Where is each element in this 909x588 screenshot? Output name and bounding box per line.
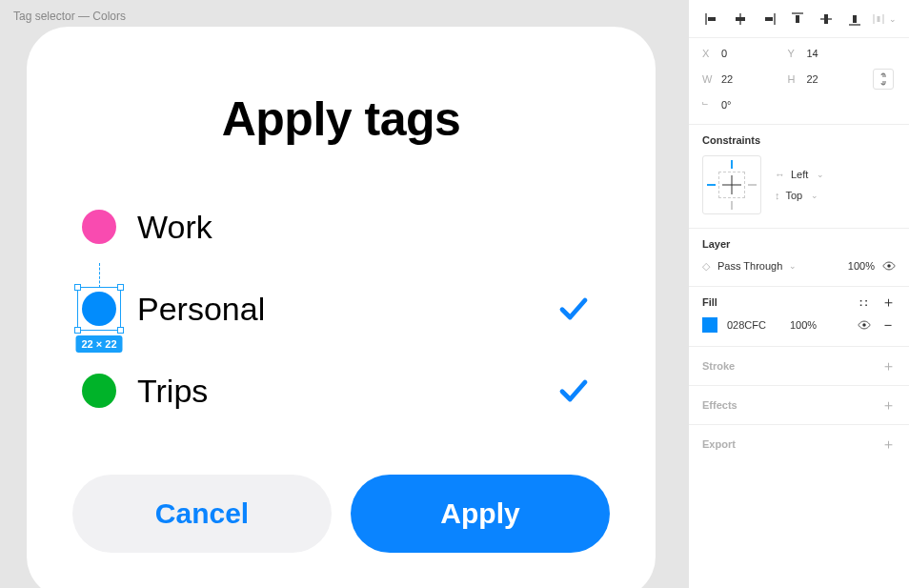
tag-dot-wrap <box>78 206 120 248</box>
modal-title: Apply tags <box>72 91 610 147</box>
w-value[interactable]: 22 <box>721 73 782 85</box>
effects-section[interactable]: Effects ＋ <box>689 386 909 425</box>
fill-hex-value[interactable]: 028CFC <box>727 319 780 331</box>
layer-title: Layer <box>702 238 896 250</box>
constraints-section: Constraints ↔ Left ⌄ ↕ Top <box>689 125 909 229</box>
cancel-button[interactable]: Cancel <box>72 475 332 553</box>
vertical-arrow-icon: ↕ <box>775 190 780 201</box>
rotation-value[interactable]: 0° <box>721 99 782 111</box>
breadcrumb: Tag selector — Colors <box>13 10 126 23</box>
svg-rect-2 <box>765 17 773 21</box>
effects-title: Effects <box>702 399 737 411</box>
tag-row-personal[interactable]: 22 × 22 Personal <box>78 273 610 345</box>
checkmark-icon <box>556 292 591 326</box>
align-bottom-icon[interactable] <box>841 6 868 32</box>
checkmark-icon <box>556 374 591 408</box>
alignment-toolbar: ⌄ <box>689 0 909 38</box>
svg-rect-1 <box>736 17 745 21</box>
align-hcenter-icon[interactable] <box>727 6 754 32</box>
svg-point-7 <box>887 264 891 268</box>
blend-mode-select[interactable]: Pass Through ⌄ <box>717 260 840 272</box>
svg-rect-6 <box>877 16 879 22</box>
apply-button[interactable]: Apply <box>351 475 610 553</box>
selection-handle-tl[interactable] <box>74 284 81 291</box>
chevron-down-icon: ⌄ <box>811 191 818 200</box>
y-label: Y <box>788 48 801 59</box>
fill-section: Fill :: ＋ 028CFC 100% － <box>689 287 909 347</box>
tag-label: Personal <box>137 291 556 328</box>
position-section: X 0 Y 14 W 22 H 22 ⌐ 0° <box>689 38 909 125</box>
selection-size-badge: 22 × 22 <box>75 335 122 353</box>
tag-dot-trips <box>82 374 116 408</box>
selection-handle-tr[interactable] <box>117 284 124 291</box>
selection-handle-br[interactable] <box>117 327 124 334</box>
blend-mode-value: Pass Through <box>717 260 782 272</box>
blend-drop-icon: ◇ <box>702 260 710 273</box>
tag-dot-work <box>82 210 116 244</box>
tag-label: Work <box>137 209 610 246</box>
export-section[interactable]: Export ＋ <box>689 425 909 463</box>
h-value[interactable]: 22 <box>807 73 868 85</box>
align-left-icon[interactable] <box>698 6 725 32</box>
visibility-eye-icon[interactable] <box>858 318 871 332</box>
constraint-horizontal-select[interactable]: ↔ Left ⌄ <box>775 169 824 180</box>
selection-guide-line <box>99 263 100 288</box>
h-label: H <box>788 73 801 85</box>
tag-dot-wrap <box>78 370 120 412</box>
align-top-icon[interactable] <box>784 6 811 32</box>
constraint-vertical-select[interactable]: ↕ Top ⌄ <box>775 190 824 201</box>
constraints-title: Constraints <box>702 134 896 146</box>
layer-section: Layer ◇ Pass Through ⌄ 100% <box>689 229 909 287</box>
svg-rect-5 <box>853 15 857 23</box>
tag-label: Trips <box>137 373 556 410</box>
chevron-down-icon: ⌄ <box>789 261 797 271</box>
constraint-h-value: Left <box>791 169 808 180</box>
tag-dot-wrap-selected[interactable]: 22 × 22 <box>78 288 120 330</box>
horizontal-arrow-icon: ↔ <box>775 169 785 180</box>
selection-handle-bl[interactable] <box>74 327 81 334</box>
align-vcenter-icon[interactable] <box>813 6 839 32</box>
y-value[interactable]: 14 <box>807 48 868 59</box>
constraints-diagram[interactable] <box>702 155 761 214</box>
x-label: X <box>702 48 716 59</box>
stroke-title: Stroke <box>702 360 735 372</box>
tag-list: Work 22 × 22 Personal <box>72 191 610 427</box>
layer-opacity-value[interactable]: 100% <box>848 260 875 272</box>
stroke-section[interactable]: Stroke ＋ <box>689 347 909 386</box>
style-four-dots-icon[interactable]: :: <box>859 296 870 308</box>
visibility-eye-icon[interactable] <box>882 259 896 273</box>
export-title: Export <box>702 438 736 450</box>
selection-box[interactable] <box>77 287 121 331</box>
svg-rect-0 <box>708 17 716 21</box>
modal-button-row: Cancel Apply <box>72 475 610 553</box>
svg-rect-3 <box>796 15 799 23</box>
tag-row-trips[interactable]: Trips <box>78 355 610 427</box>
tag-row-work[interactable]: Work <box>78 191 610 263</box>
align-right-icon[interactable] <box>756 6 782 32</box>
svg-point-8 <box>862 323 866 327</box>
canvas-area[interactable]: Tag selector — Colors Apply tags Work <box>0 0 688 588</box>
w-label: W <box>702 73 716 85</box>
rotation-icon: ⌐ <box>702 99 716 111</box>
distribute-icon[interactable]: ⌄ <box>870 6 897 32</box>
fill-swatch[interactable] <box>702 317 717 333</box>
link-dimensions-icon[interactable] <box>873 69 894 90</box>
inspector-panel: ⌄ X 0 Y 14 W 22 H 22 ⌐ 0° Constraints <box>688 0 909 588</box>
svg-rect-4 <box>824 14 828 24</box>
constraint-v-value: Top <box>786 190 803 201</box>
fill-title: Fill <box>702 296 717 308</box>
apply-tags-modal: Apply tags Work <box>27 27 656 588</box>
chevron-down-icon: ⌄ <box>817 170 824 179</box>
fill-opacity-value[interactable]: 100% <box>790 319 828 331</box>
x-value[interactable]: 0 <box>721 48 782 59</box>
